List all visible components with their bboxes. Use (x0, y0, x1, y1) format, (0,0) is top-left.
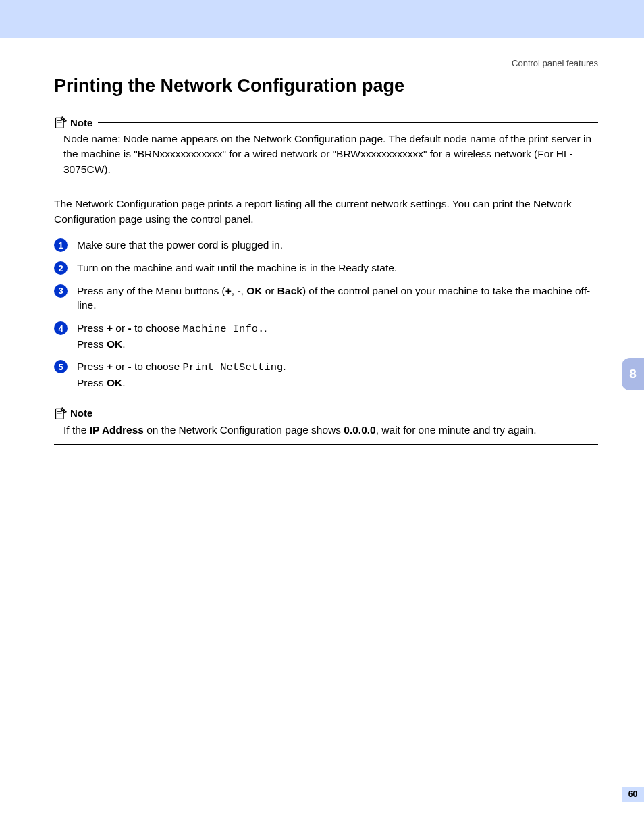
note-body-2: If the IP Address on the Network Configu… (54, 423, 598, 438)
step-bullet: 2 (54, 261, 68, 275)
note-divider (54, 444, 598, 445)
note-divider (54, 184, 598, 184)
steps-list: 1 Make sure that the power cord is plugg… (54, 238, 598, 390)
top-band (0, 0, 644, 38)
note-icon (54, 407, 68, 420)
step-text: Press + or - to choose Machine Info..Pre… (77, 321, 267, 351)
note-label: Note (70, 407, 92, 419)
step-item: 1 Make sure that the power cord is plugg… (54, 238, 598, 253)
step-bullet: 3 (54, 284, 68, 298)
step-text: Press + or - to choose Print NetSetting.… (77, 359, 286, 390)
step-bullet: 5 (54, 360, 68, 373)
note-rule (98, 122, 598, 123)
step-item: 4 Press + or - to choose Machine Info..P… (54, 321, 598, 351)
page-title: Printing the Network Configuration page (54, 76, 598, 97)
note-rule (98, 413, 598, 413)
page-number-box: 60 (622, 787, 644, 802)
note-icon (54, 115, 68, 129)
intro-paragraph: The Network Configuration page prints a … (54, 197, 598, 227)
step-item: 3 Press any of the Menu buttons (+, -, O… (54, 284, 598, 313)
note-header: Note (54, 407, 598, 420)
step-text: Make sure that the power cord is plugged… (77, 238, 283, 253)
note-block-1: Note Node name: Node name appears on the… (54, 115, 598, 184)
note-body-1: Node name: Node name appears on the Netw… (54, 132, 598, 177)
page-number: 60 (628, 789, 637, 799)
step-bullet: 1 (54, 238, 68, 252)
step-text: Turn on the machine and wait until the m… (77, 261, 397, 276)
step-item: 5 Press + or - to choose Print NetSettin… (54, 359, 598, 390)
chapter-tab[interactable]: 8 (622, 358, 644, 390)
step-text: Press any of the Menu buttons (+, -, OK … (77, 284, 598, 313)
breadcrumb: Control panel features (512, 58, 598, 68)
step-bullet: 4 (54, 321, 68, 335)
note-label: Note (70, 117, 92, 128)
note-header: Note (54, 115, 598, 129)
page-content: Printing the Network Configuration page … (0, 76, 644, 445)
step-item: 2 Turn on the machine and wait until the… (54, 261, 598, 276)
note-block-2: Note If the IP Address on the Network Co… (54, 407, 598, 445)
